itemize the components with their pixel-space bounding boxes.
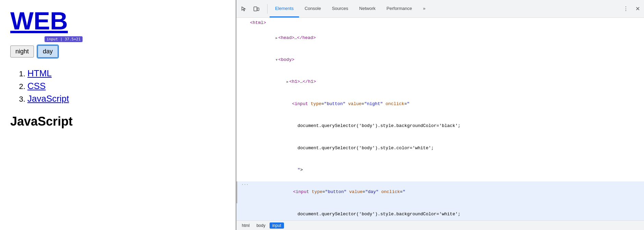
buttons-area: input | 37.5×21 night day: [10, 45, 225, 58]
tab-more[interactable]: »: [418, 0, 431, 17]
dom-line[interactable]: <head>…</head>: [236, 27, 644, 49]
dom-line[interactable]: document.querySelector('body').style.bac…: [236, 115, 644, 137]
line-content: <h1>…</h1>: [249, 72, 644, 93]
dom-tree[interactable]: <html> <head>…</head> <body> <h1>…</h1>: [236, 18, 644, 220]
line-content: document.querySelector('body').style.bac…: [249, 115, 644, 137]
dom-line[interactable]: ">: [236, 159, 644, 181]
dom-line[interactable]: document.querySelector('body').style.col…: [236, 137, 644, 159]
toolbar-separator: [267, 4, 268, 14]
js-link[interactable]: JavaScript: [27, 93, 69, 104]
dom-line[interactable]: <html>: [236, 19, 644, 27]
tab-network[interactable]: Network: [354, 0, 381, 17]
dom-line[interactable]: <h1>…</h1>: [236, 71, 644, 93]
tab-sources[interactable]: Sources: [326, 0, 354, 17]
inspect-element-button[interactable]: [238, 3, 250, 15]
device-toggle-button[interactable]: [250, 3, 262, 15]
day-button[interactable]: day: [37, 45, 58, 58]
line-content: <input type="button" value="day" onclick…: [250, 182, 644, 203]
topic-list: HTML CSS JavaScript: [27, 68, 225, 104]
dom-line[interactable]: <input type="button" value="night" oncli…: [236, 93, 644, 115]
list-item: HTML: [27, 68, 225, 79]
toolbar-icon-group: [238, 3, 262, 15]
devtools-tabs: Elements Console Sources Network Perform…: [270, 0, 431, 17]
dom-line-selected[interactable]: ··· <input type="button" value="day" onc…: [236, 181, 644, 203]
line-content: <head>…</head>: [249, 27, 644, 49]
svg-rect-1: [257, 8, 259, 11]
js-heading: JavaScript: [10, 114, 225, 129]
devtools-panel: Elements Console Sources Network Perform…: [236, 0, 644, 230]
list-item: JavaScript: [27, 93, 225, 104]
close-devtools-button[interactable]: ✕: [632, 4, 643, 14]
line-content: document.querySelector('body').style.bac…: [249, 204, 644, 220]
more-options-button[interactable]: ⋮: [621, 4, 631, 14]
breadcrumb-input[interactable]: input: [270, 222, 284, 229]
devtools-toolbar: Elements Console Sources Network Perform…: [236, 0, 644, 18]
line-content: <input type="button" value="night" oncli…: [249, 93, 644, 115]
toolbar-right-actions: ⋮ ✕: [621, 4, 643, 14]
night-button[interactable]: night: [10, 46, 34, 58]
tab-elements[interactable]: Elements: [270, 0, 299, 17]
tab-performance[interactable]: Performance: [381, 0, 417, 17]
web-page-preview: WEB input | 37.5×21 night day HTML CSS J…: [0, 0, 236, 230]
line-gutter: ···: [240, 182, 250, 188]
dom-line[interactable]: <body>: [236, 49, 644, 71]
svg-rect-0: [254, 7, 257, 11]
breadcrumb-body[interactable]: body: [254, 222, 268, 229]
tab-console[interactable]: Console: [299, 0, 326, 17]
html-link[interactable]: HTML: [27, 68, 52, 78]
line-content: document.querySelector('body').style.col…: [249, 138, 644, 159]
line-content: <body>: [249, 49, 644, 71]
list-item: CSS: [27, 81, 225, 91]
tooltip-badge: input | 37.5×21: [45, 36, 83, 42]
css-link[interactable]: CSS: [27, 81, 46, 91]
page-title: WEB: [10, 7, 225, 35]
dom-line-selected[interactable]: document.querySelector('body').style.bac…: [236, 203, 644, 220]
line-content: ">: [249, 159, 644, 181]
breadcrumb-html[interactable]: html: [239, 222, 252, 229]
devtools-breadcrumb: html body input: [236, 220, 644, 230]
line-content: <html>: [249, 20, 644, 27]
